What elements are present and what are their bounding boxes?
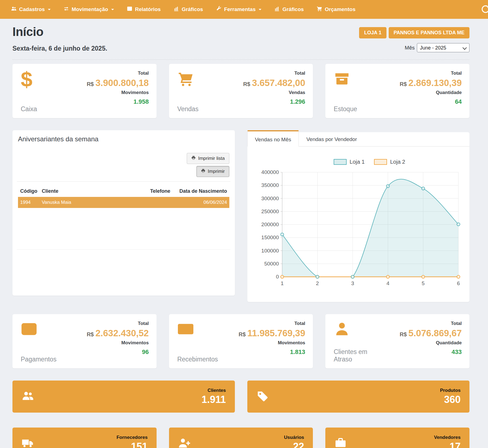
print-list-button[interactable]: Imprimir lista <box>187 153 229 164</box>
card-name: Pagamentos <box>21 356 69 363</box>
box-icon <box>334 71 382 88</box>
month-select[interactable]: June - 2025 <box>417 43 469 52</box>
count-label: Movimentos <box>278 340 305 346</box>
count-label: Quantidade <box>436 90 462 95</box>
card-name: Caixa <box>21 105 69 113</box>
users-icon <box>11 6 17 13</box>
svg-text:2: 2 <box>316 280 319 286</box>
nav-relatorios[interactable]: Relatórios <box>120 0 167 19</box>
printer-icon <box>201 168 206 174</box>
exchange-icon <box>63 6 69 13</box>
total-label: Total <box>138 71 149 76</box>
card-name: Estoque <box>334 105 382 113</box>
count-label: Quantidade <box>436 340 462 346</box>
total-label: Total <box>294 321 305 326</box>
tile-clientes[interactable]: Clientes 1.911 <box>12 381 235 413</box>
nav-label: Movimentação <box>72 6 108 12</box>
nav-label: Gráficos <box>282 6 304 12</box>
nav-label: Relatórios <box>135 6 161 12</box>
count-value: 433 <box>451 348 462 356</box>
svg-text:250000: 250000 <box>261 209 279 214</box>
card-name: Recebimentos <box>177 356 226 363</box>
tile-label: Vendedores <box>434 435 461 440</box>
total-label: Total <box>451 71 462 76</box>
caret-down-icon <box>259 9 261 10</box>
tab-vendas-por-vendedor[interactable]: Vendas por Vendedor <box>299 132 364 146</box>
total-value: R$11.985.769,39 <box>239 328 305 338</box>
count-label: Movimentos <box>121 340 149 346</box>
tab-vendas-no-mes[interactable]: Vendas no Mês <box>247 130 299 147</box>
divider <box>12 59 469 60</box>
count-value: 64 <box>455 98 462 105</box>
card-name: Vendas <box>177 105 226 113</box>
legend-item-loja2[interactable]: Loja 2 <box>374 159 405 165</box>
bar-chart-icon <box>173 6 179 13</box>
print-button[interactable]: Imprimir <box>196 166 229 177</box>
sales-tabs: Vendas no Mês Vendas por Vendedor <box>247 132 470 147</box>
tile-vendedores[interactable]: Vendedores 17 <box>325 428 469 448</box>
card-estoque: Estoque Total R$2.869.130,39 Quantidade … <box>325 64 469 118</box>
svg-text:200000: 200000 <box>261 222 279 227</box>
company-button[interactable]: PANNOS E PANNOS LTDA ME <box>389 27 469 38</box>
cart-icon <box>177 71 226 88</box>
birthdays-title: Aniversariantes da semana <box>18 135 229 143</box>
count-value: 1.296 <box>290 98 305 105</box>
cart-icon <box>316 6 322 13</box>
total-value: R$3.900.800,18 <box>87 78 149 88</box>
card-pagamentos: Pagamentos Total R$2.632.430,52 Moviment… <box>12 314 157 368</box>
tile-label: Usuários <box>284 435 304 440</box>
cell-client: Vanuska Maia <box>40 197 142 208</box>
printer-icon <box>191 155 196 162</box>
card-caixa: $ Caixa Total R$3.900.800,18 Movimentos … <box>12 64 157 118</box>
credit-card-icon <box>21 321 69 338</box>
report-icon <box>127 6 133 13</box>
svg-text:3: 3 <box>351 280 354 286</box>
nav-graficos-1[interactable]: Gráficos <box>167 0 209 19</box>
month-select-wrap: June - 2025 <box>417 43 469 52</box>
nav-orcamentos[interactable]: Orçamentos <box>310 0 362 19</box>
cell-birthdate: 06/06/2024 <box>173 197 229 208</box>
sales-chart-card: Loja 1 Loja 2 05000010000015000020000025… <box>247 147 470 302</box>
svg-text:50000: 50000 <box>264 261 279 267</box>
nav-label: Gráficos <box>182 6 203 12</box>
tag-icon <box>256 390 269 403</box>
column-header-client: Cliente <box>40 186 142 197</box>
legend-swatch-loja2 <box>374 159 387 165</box>
nav-cadastros[interactable]: Cadastros <box>4 0 57 19</box>
bar-chart-icon <box>274 6 280 13</box>
sales-line-chart: 0500001000001500002000002500003000003500… <box>253 169 463 292</box>
navbar: Cadastros Movimentação Relatórios Gráfic… <box>0 0 488 19</box>
month-label: Mês <box>405 45 415 51</box>
chart-legend: Loja 1 Loja 2 <box>262 159 477 165</box>
total-value: R$5.076.869,67 <box>400 328 462 338</box>
person-icon <box>334 321 382 338</box>
table-row[interactable]: 1994 Vanuska Maia 06/06/2024 <box>18 197 229 208</box>
store-button[interactable]: LOJA 1 <box>359 27 386 38</box>
nav-label: Cadastros <box>19 6 45 12</box>
count-value: 96 <box>142 348 149 356</box>
count-label: Vendas <box>289 90 305 95</box>
divider <box>17 181 230 182</box>
svg-text:100000: 100000 <box>261 248 279 254</box>
nav-movimentacao[interactable]: Movimentação <box>57 0 120 19</box>
svg-text:350000: 350000 <box>261 182 279 188</box>
briefcase-icon <box>334 437 347 448</box>
legend-item-loja1[interactable]: Loja 1 <box>334 159 365 165</box>
svg-text:4: 4 <box>386 280 390 286</box>
tile-produtos[interactable]: Produtos 360 <box>247 381 470 413</box>
caret-down-icon <box>111 9 114 10</box>
cell-phone <box>142 197 173 208</box>
tile-usuarios[interactable]: Usuários 22 <box>169 428 313 448</box>
column-header-birthdate: Data de Nascimento <box>173 186 229 197</box>
refresh-icon[interactable] <box>481 4 488 15</box>
nav-graficos-2[interactable]: Gráficos <box>268 0 310 19</box>
svg-text:5: 5 <box>422 280 425 286</box>
truck-icon <box>21 437 34 448</box>
tile-label: Fornecedores <box>116 435 147 440</box>
card-vendas: Vendas Total R$3.657.482,00 Vendas 1.296 <box>169 64 313 118</box>
nav-ferramentas[interactable]: Ferramentas <box>209 0 268 19</box>
total-value: R$2.869.130,39 <box>400 78 462 88</box>
current-date: Sexta-feira, 6 de junho de 2025. <box>12 45 107 52</box>
tile-fornecedores[interactable]: Fornecedores 151 <box>12 428 157 448</box>
count-label: Movimentos <box>121 90 149 95</box>
